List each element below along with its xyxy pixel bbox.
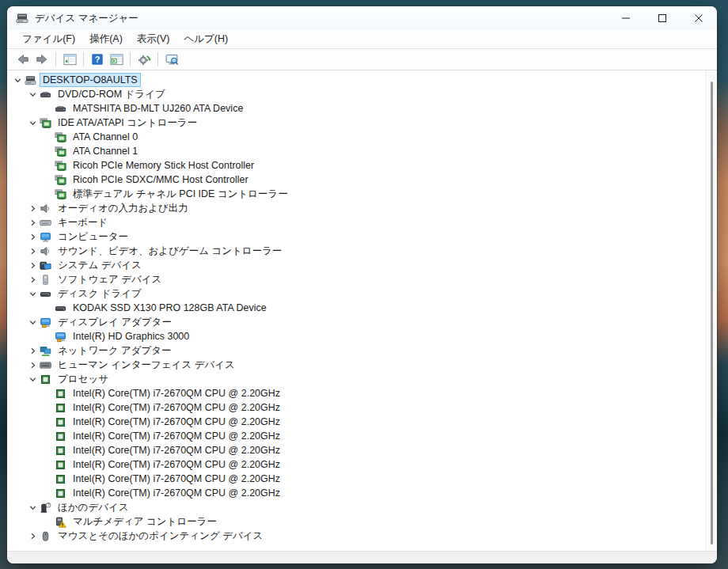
tree-item-label[interactable]: Intel(R) Core(TM) i7-2670QM CPU @ 2.20GH…: [70, 401, 282, 414]
tree-item-label[interactable]: Intel(R) Core(TM) i7-2670QM CPU @ 2.20GH…: [70, 472, 282, 485]
console-tree-button[interactable]: [60, 51, 79, 68]
chevron-spacer: [41, 444, 54, 457]
chevron-collapsed-icon[interactable]: [26, 245, 39, 257]
tree-item-label[interactable]: Intel(R) Core(TM) i7-2670QM CPU @ 2.20GH…: [70, 487, 282, 499]
chevron-collapsed-icon[interactable]: [26, 358, 39, 371]
chevron-collapsed-icon[interactable]: [26, 202, 39, 214]
chevron-expanded-icon[interactable]: [11, 74, 24, 86]
tree-item-label[interactable]: キーボード: [55, 216, 110, 229]
tree-item-label[interactable]: ヒューマン インターフェイス デバイス: [55, 358, 237, 371]
chevron-expanded-icon[interactable]: [26, 88, 39, 101]
menu-action[interactable]: 操作(A): [82, 31, 130, 47]
chevron-expanded-icon[interactable]: [26, 116, 39, 129]
tree-item-label[interactable]: 標準デュアル チャネル PCI IDE コントローラー: [70, 188, 290, 200]
gear-refresh-icon: [137, 52, 152, 67]
tree-item-label[interactable]: ネットワーク アダプター: [55, 344, 174, 357]
chevron-spacer: [41, 188, 54, 200]
horizontal-scrollbar[interactable]: [7, 551, 717, 563]
dvd-drive-icon: [54, 102, 66, 115]
maximize-icon: [658, 13, 667, 23]
tree-item-label[interactable]: ソフトウェア デバイス: [55, 273, 164, 286]
ide-controller-icon: [54, 131, 66, 143]
chevron-spacer: [41, 415, 54, 428]
tree-item-label[interactable]: ほかのデバイス: [55, 501, 131, 514]
speaker-icon: [39, 202, 51, 214]
vertical-scrollbar-thumb[interactable]: [711, 82, 713, 544]
tree-item-label[interactable]: プロセッサ: [55, 373, 111, 385]
tree-item-label[interactable]: Intel(R) Core(TM) i7-2670QM CPU @ 2.20GH…: [70, 415, 282, 428]
chevron-spacer: [41, 302, 54, 314]
tree-item-label[interactable]: DVD/CD-ROM ドライブ: [55, 88, 168, 101]
tree-item: Intel(R) Core(TM) i7-2670QM CPU @ 2.20GH…: [7, 415, 705, 429]
chevron-collapsed-icon[interactable]: [26, 273, 39, 286]
toolbar-separator: [130, 52, 131, 66]
tree-item: オーディオの入力および出力: [7, 201, 705, 215]
chevron-expanded-icon[interactable]: [26, 287, 39, 300]
computer-root-icon: [24, 74, 36, 86]
vertical-scrollbar[interactable]: [705, 70, 717, 551]
disk-drive-icon: [39, 287, 51, 300]
chevron-spacer: [41, 401, 54, 414]
ide-controller-icon: [54, 145, 66, 157]
tree-item-label[interactable]: KODAK SSD X130 PRO 128GB ATA Device: [70, 302, 269, 314]
tree-item: Intel(R) Core(TM) i7-2670QM CPU @ 2.20GH…: [7, 486, 705, 500]
chevron-collapsed-icon[interactable]: [26, 230, 39, 243]
tree-item-label[interactable]: ATA Channel 0: [70, 131, 140, 143]
tree-item: Ricoh PCIe SDXC/MMC Host Controller: [7, 173, 705, 187]
tree-item-label[interactable]: コンピューター: [55, 230, 131, 243]
tree-item: IDE ATA/ATAPI コントローラー: [7, 116, 705, 130]
maximize-button[interactable]: [644, 6, 681, 30]
processor-icon: [54, 401, 66, 414]
back-arrow-icon: [16, 52, 30, 66]
tree-item-label[interactable]: Intel(R) Core(TM) i7-2670QM CPU @ 2.20GH…: [70, 444, 282, 457]
keyboard-icon: [39, 216, 51, 229]
tree-item-label[interactable]: システム デバイス: [55, 259, 144, 271]
console-tree-icon: [63, 52, 78, 67]
tree-item-label[interactable]: ATA Channel 1: [70, 145, 140, 157]
tree-item: Intel(R) Core(TM) i7-2670QM CPU @ 2.20GH…: [7, 457, 705, 472]
tree-item: ATA Channel 0: [7, 130, 705, 144]
tree-item: ヒューマン インターフェイス デバイス: [7, 358, 705, 372]
tree-item-label[interactable]: Intel(R) Core(TM) i7-2670QM CPU @ 2.20GH…: [70, 430, 282, 442]
minimize-button[interactable]: [608, 6, 644, 30]
menu-help[interactable]: ヘルプ(H): [176, 31, 235, 47]
menu-file[interactable]: ファイル(F): [15, 31, 82, 47]
chevron-collapsed-icon[interactable]: [26, 216, 39, 229]
tree-item-label[interactable]: Ricoh PCIe SDXC/MMC Host Controller: [70, 173, 251, 186]
tree-item-label[interactable]: Ricoh PCIe Memory Stick Host Controller: [70, 159, 256, 172]
tree-item-label[interactable]: IDE ATA/ATAPI コントローラー: [55, 116, 199, 129]
tree-item-label[interactable]: オーディオの入力および出力: [55, 202, 191, 214]
tree-item-label[interactable]: マウスとそのほかのポインティング デバイス: [55, 529, 265, 542]
back-arrow-button[interactable]: [13, 51, 32, 68]
tree-item-label[interactable]: ディスク ドライブ: [55, 287, 144, 300]
menu-view[interactable]: 表示(V): [130, 31, 177, 47]
device-tree: DESKTOP-O8AULTSDVD/CD-ROM ドライブMATSHITA B…: [7, 70, 705, 551]
tree-item-label[interactable]: Intel(R) Core(TM) i7-2670QM CPU @ 2.20GH…: [70, 387, 282, 400]
chevron-spacer: [41, 487, 54, 499]
tree-item-label[interactable]: Intel(R) Core(TM) i7-2670QM CPU @ 2.20GH…: [70, 458, 282, 471]
help-button[interactable]: ?: [88, 51, 107, 68]
tree-item-label[interactable]: マルチメディア コントローラー: [70, 515, 219, 528]
tree-item-label[interactable]: MATSHITA BD-MLT UJ260 ATA Device: [70, 102, 245, 115]
ide-controller-icon: [54, 188, 66, 200]
chevron-collapsed-icon[interactable]: [26, 259, 39, 271]
tree-item-label[interactable]: ディスプレイ アダプター: [55, 316, 174, 328]
chevron-collapsed-icon[interactable]: [26, 344, 39, 357]
window-title: デバイス マネージャー: [35, 12, 608, 25]
action-pane-button[interactable]: [107, 51, 126, 68]
forward-arrow-button[interactable]: [32, 51, 51, 68]
titlebar[interactable]: デバイス マネージャー: [7, 6, 717, 30]
tree-item-label[interactable]: サウンド、ビデオ、およびゲーム コントローラー: [55, 245, 284, 257]
mouse-icon: [39, 529, 51, 542]
chevron-expanded-icon[interactable]: [26, 373, 39, 385]
close-button[interactable]: [681, 6, 717, 30]
gear-refresh-button[interactable]: [135, 51, 154, 68]
chevron-expanded-icon[interactable]: [26, 316, 39, 328]
tree-item-label[interactable]: Intel(R) HD Graphics 3000: [70, 330, 191, 343]
chevron-expanded-icon[interactable]: [26, 501, 39, 514]
display-adapter-icon: [39, 316, 51, 328]
tree-item-label[interactable]: DESKTOP-O8AULTS: [40, 74, 140, 86]
chevron-collapsed-icon[interactable]: [26, 529, 39, 542]
monitor-search-button[interactable]: [162, 51, 181, 68]
dvd-drive-icon: [39, 88, 51, 101]
